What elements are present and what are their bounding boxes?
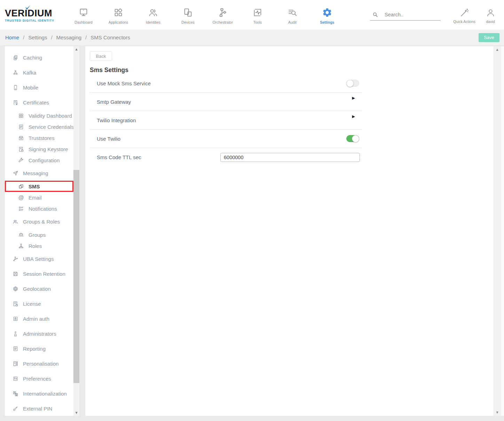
sidebar-item-roles[interactable]: Roles [5,240,73,251]
user-name: david [486,20,495,24]
nav-item-label: Audit [288,20,297,24]
sidebar-item-label: Reporting [23,346,46,352]
expand-arrow-icon[interactable]: ▶ [352,96,355,100]
nav-item-label: Orchestrator [213,20,233,24]
translate-icon [13,391,18,397]
nav-item-applications[interactable]: Applications [101,5,136,24]
doc-lines-icon [18,124,24,130]
breadcrumb-item-home[interactable]: Home [5,34,19,40]
sidebar-item-admin-auth[interactable]: Admin auth [5,311,73,326]
use-mock-sms-service-toggle[interactable] [346,80,359,87]
sidebar-item-caching[interactable]: Caching [5,50,73,65]
scroll-down-icon[interactable]: ▼ [73,411,79,414]
back-button[interactable]: Back [90,51,112,61]
gear-icon [322,7,332,18]
settings-sidebar: CachingKafkaMobileCertificatesValidity D… [5,46,79,416]
nav-item-settings[interactable]: Settings [310,5,345,24]
sidebar-item-label: Caching [23,55,42,61]
expand-arrow-icon[interactable]: ▶ [352,114,355,119]
setting-row-sms-code-ttl-sec: Sms Code TTL sec [90,148,362,166]
breadcrumb-item-messaging[interactable]: Messaging [56,34,82,40]
nav-item-label: Applications [109,20,128,24]
caching-icon [13,55,18,61]
use-twilio-toggle[interactable] [346,135,359,142]
scroll-down-icon[interactable]: ▼ [493,411,501,414]
nav-item-label: Identities [146,20,160,24]
sidebar-item-label: Validity Dashboard [29,113,72,119]
sidebar-item-label: Admin auth [23,316,49,322]
sidebar-item-administrators[interactable]: Administrators [5,326,73,341]
scroll-up-icon[interactable]: ▲ [73,48,79,51]
nav-item-orchestrator[interactable]: Orchestrator [205,5,240,24]
brand-check-icon [25,5,31,10]
nav-item-identities[interactable]: Identities [136,5,171,24]
sidebar-scrollbar-thumb[interactable] [73,170,79,383]
sidebar-item-label: Certificates [23,100,49,106]
save-button[interactable]: Save [479,33,499,42]
setting-row-smtp-gateway: Smtp Gateway▶ [90,93,362,111]
breadcrumb-item-settings[interactable]: Settings [28,34,47,40]
orchestrator-icon [218,7,228,18]
sidebar-item-label: Session Retention [23,271,65,277]
sidebar-item-label: Groups [29,232,46,238]
user-menu[interactable]: david [480,6,501,24]
people-icon [13,219,18,225]
setting-label: Use Mock Sms Service [97,80,220,86]
sidebar-item-uba-settings[interactable]: UBA Settings [5,251,73,266]
sidebar-item-geolocation[interactable]: Geolocation [5,281,73,296]
breadcrumb: Home/Settings/Messaging/SMS Connectors [5,34,130,40]
sidebar-item-mobile[interactable]: Mobile [5,80,73,95]
nav-item-label: Tools [253,20,262,24]
top-nav: DashboardApplicationsIdentitiesDevicesOr… [66,5,345,24]
wand-icon [460,8,469,17]
scroll-up-icon[interactable]: ▲ [493,48,501,51]
nav-item-dashboard[interactable]: Dashboard [66,5,101,24]
brand-logo[interactable]: VERIDIUM TRUSTED DIGITAL IDENTITY [5,7,61,22]
prefs-icon [13,376,18,382]
nav-item-audit[interactable]: Audit [275,5,310,24]
sidebar-item-label: External PIN [23,406,52,412]
hierarchy-icon [18,243,24,249]
sidebar-item-configuration[interactable]: Configuration [5,155,73,166]
sidebar-item-license[interactable]: License [5,296,73,311]
floppy-icon [13,271,18,277]
sidebar-item-signing-keystore[interactable]: Signing Keystore [5,143,73,155]
sidebar-item-sms[interactable]: SMS [5,181,73,192]
sidebar-item-external-pin[interactable]: External PIN [5,401,73,416]
sidebar-item-reporting[interactable]: Reporting [5,341,73,356]
setting-row-use-twilio: Use Twilio [90,130,362,148]
sidebar-item-groups-roles[interactable]: Groups & Roles [5,214,73,229]
nav-item-devices[interactable]: Devices [171,5,205,24]
brand-name: VERIDIUM [5,9,61,18]
search-input[interactable] [384,11,436,18]
sidebar-item-truststores[interactable]: Truststores [5,132,73,143]
setting-row-use-mock-sms-service: Use Mock Sms Service [90,74,362,93]
sidebar-item-label: Personalisation [23,361,59,367]
sidebar-item-label: Geolocation [23,286,51,292]
sidebar-item-label: Email [29,195,42,201]
sidebar-item-kafka[interactable]: Kafka [5,65,73,80]
sidebar-item-personalisation[interactable]: Personalisation [5,356,73,371]
sidebar-item-label: Administrators [23,331,56,337]
sms-code-ttl-sec-input[interactable] [220,153,360,162]
sidebar-item-messaging[interactable]: Messaging [5,166,73,181]
tools-icon [252,7,263,18]
mobile-icon [13,85,18,91]
sidebar-item-certificates[interactable]: Certificates [5,95,73,110]
user-icon [486,8,495,17]
sidebar-item-internationalization[interactable]: Internationalization [5,386,73,401]
nav-item-tools[interactable]: Tools [240,5,275,24]
sidebar-item-email[interactable]: @Email [5,192,73,203]
book-pencil-icon [13,361,18,367]
sidebar-item-preferences[interactable]: Preferences [5,371,73,386]
breadcrumb-bar: Home/Settings/Messaging/SMS Connectors S… [0,30,504,45]
apps-icon [113,7,124,18]
sidebar-item-notifications[interactable]: Notifications [5,203,73,214]
sidebar-item-session-retention[interactable]: Session Retention [5,266,73,281]
sidebar-item-label: Messaging [23,170,48,176]
sidebar-item-validity-dashboard[interactable]: Validity Dashboard [5,110,73,121]
quick-actions-button[interactable]: Quick Actions [450,6,479,24]
sidebar-item-service-credentials[interactable]: Service Credentials [5,121,73,132]
sidebar-item-label: Mobile [23,85,38,91]
sidebar-item-groups[interactable]: Groups [5,229,73,240]
